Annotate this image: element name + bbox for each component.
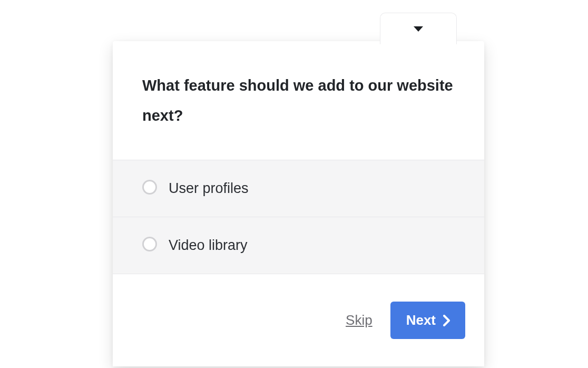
question-block: What feature should we add to our websit… xyxy=(113,41,484,160)
option-user-profiles[interactable]: User profiles xyxy=(113,160,484,217)
next-button[interactable]: Next xyxy=(390,302,465,339)
survey-card: What feature should we add to our websit… xyxy=(113,41,484,366)
options-list: User profiles Video library xyxy=(113,160,484,274)
question-text: What feature should we add to our websit… xyxy=(142,71,455,130)
radio-icon xyxy=(142,237,157,251)
option-video-library[interactable]: Video library xyxy=(113,217,484,274)
chevron-right-icon xyxy=(443,315,450,326)
option-label: Video library xyxy=(169,237,248,254)
radio-icon xyxy=(142,180,157,195)
caret-down-icon xyxy=(414,26,423,32)
next-button-label: Next xyxy=(406,312,436,328)
collapse-tab[interactable] xyxy=(380,13,457,44)
skip-link[interactable]: Skip xyxy=(346,312,373,328)
footer-actions: Skip Next xyxy=(113,274,484,366)
option-label: User profiles xyxy=(169,180,249,197)
